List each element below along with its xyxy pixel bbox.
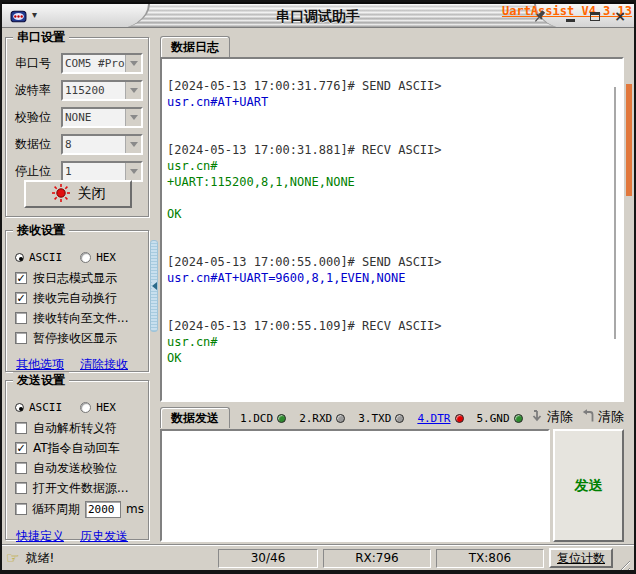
signal-dot-icon [336, 414, 345, 423]
collapse-left-icon [152, 282, 157, 290]
radio-label: HEX [96, 401, 116, 414]
signal-label: 1.DCD [240, 412, 273, 425]
checkbox-option[interactable]: 自动解析转义符 [15, 418, 142, 438]
minimize-button[interactable] [562, 7, 578, 25]
log-scrollbar-thumb[interactable] [626, 84, 632, 196]
radio-option[interactable]: HEX [80, 401, 116, 414]
signal-indicator[interactable]: 1.DCD [240, 412, 286, 425]
checkbox-box [15, 482, 27, 494]
app-window: ▾ 串口调试助手 × 串口设置 串口号 COM5 #Pro [0, 0, 636, 574]
signal-indicators: 1.DCD 2.RXD 3.TXD 4.DTR [240, 412, 530, 428]
checkbox-option[interactable]: 打开文件数据源... [15, 478, 142, 498]
close-icon: × [614, 9, 626, 23]
signal-dot-icon [395, 414, 404, 423]
checkbox-option[interactable]: ✓ 按日志模式显示 [15, 268, 142, 288]
signal-indicator[interactable]: 3.TXD [358, 412, 404, 425]
combo-select[interactable]: 115200 [61, 80, 143, 101]
radio-circle [15, 403, 24, 412]
clear-send-button[interactable]: 清除 [581, 408, 624, 426]
checkbox-box [15, 462, 27, 474]
log-line: usr.cn#AT+UART=9600,8,1,EVEN,NONE [167, 271, 606, 287]
action-link[interactable]: 其他选项 [16, 356, 64, 373]
log-line [167, 223, 606, 239]
chevron-down-icon[interactable] [125, 82, 141, 99]
log-line [167, 303, 606, 319]
panel-splitter[interactable] [150, 240, 158, 332]
log-line: [2024-05-13 17:00:55.000]# SEND ASCII> [167, 255, 606, 271]
action-link[interactable]: 历史发送 [80, 528, 128, 545]
checkbox-option[interactable]: ✓ AT指令自动回车 [15, 438, 142, 458]
chevron-down-icon[interactable] [125, 136, 141, 153]
field-label: 波特率 [15, 82, 61, 99]
checkbox-option[interactable]: ✓ 接收完自动换行 [15, 288, 142, 308]
reset-count-button[interactable]: 复位计数 [549, 548, 613, 568]
tab-data-log[interactable]: 数据日志 [160, 36, 230, 57]
receive-format-radios: ASCII HEX [15, 247, 142, 268]
checkbox-option[interactable]: 接收转向至文件... [15, 308, 142, 328]
signal-indicator[interactable]: 2.RXD [299, 412, 345, 425]
maximize-button[interactable] [587, 7, 603, 25]
port-close-button[interactable]: 关闭 [24, 180, 132, 208]
action-link[interactable]: 清除接收 [80, 356, 128, 373]
send-button[interactable]: 发送 [553, 429, 624, 542]
log-line: OK [167, 351, 606, 367]
combo-select[interactable]: 1 [61, 161, 143, 182]
status-bar: ☞ 就绪! 30/46 RX:796 TX:806 复位计数 [2, 545, 634, 570]
log-line: [2024-05-13 17:00:55.109]# RECV ASCII> [167, 319, 606, 335]
data-log-area[interactable]: [2024-05-13 17:00:31.776]# SEND ASCII>us… [160, 57, 624, 402]
chevron-down-icon[interactable] [125, 55, 141, 72]
checkbox-option[interactable]: 暂停接收区显示 [15, 328, 142, 348]
checkbox-label: 暂停接收区显示 [33, 330, 117, 347]
radio-option[interactable]: HEX [80, 251, 116, 264]
send-checkboxes: 自动解析转义符 ✓ AT指令自动回车 自动发送校验位 打开文件数据 [15, 418, 142, 498]
chevron-down-icon[interactable] [125, 163, 141, 180]
cycle-period-row: 循环周期 ms [15, 498, 142, 520]
action-link[interactable]: 快捷定义 [16, 528, 64, 545]
checkbox-box [15, 332, 27, 344]
log-scrollbar-track[interactable] [614, 87, 616, 339]
checkbox-box: ✓ [15, 272, 27, 284]
send-input[interactable] [160, 429, 550, 542]
send-settings-group: 发送设置 ASCII HEX [5, 380, 149, 540]
clear-receive-button[interactable]: 清除 [530, 408, 573, 426]
send-settings-title: 发送设置 [13, 372, 69, 389]
log-line: [2024-05-13 17:00:31.776]# SEND ASCII> [167, 79, 606, 95]
checkbox-box: ✓ [15, 292, 27, 304]
checkbox-option[interactable]: 自动发送校验位 [15, 458, 142, 478]
receive-settings-title: 接收设置 [13, 222, 69, 239]
clear-send-label: 清除 [598, 408, 624, 426]
signal-label: 5.GND [477, 412, 510, 425]
log-line [167, 63, 606, 79]
log-lines: [2024-05-13 17:00:31.776]# SEND ASCII>us… [162, 59, 622, 367]
cycle-period-input[interactable] [85, 501, 121, 518]
field-label: 停止位 [15, 163, 61, 180]
serial-fields: 串口号 COM5 #Pro 波特率 115200 校验位 [6, 38, 148, 185]
resize-grip[interactable] [617, 557, 630, 570]
combo-select[interactable]: COM5 #Pro [61, 53, 143, 74]
chevron-down-icon[interactable] [125, 109, 141, 126]
arrow-down-icon [530, 409, 544, 426]
close-button[interactable]: × [612, 7, 628, 25]
checkbox-box [15, 422, 27, 434]
signal-indicator[interactable]: 4.DTR [417, 412, 463, 425]
combo-select[interactable]: 8 [61, 134, 143, 155]
serial-field-row: 波特率 115200 [6, 77, 148, 104]
log-line [167, 111, 606, 127]
log-tab-row: 数据日志 [160, 35, 624, 57]
signal-indicator[interactable]: 5.GND [477, 412, 523, 425]
checkbox-label: 按日志模式显示 [33, 270, 117, 287]
cycle-label: 循环周期 [32, 501, 80, 518]
field-label: 串口号 [15, 55, 61, 72]
radio-circle [15, 253, 24, 262]
checkbox-label: AT指令自动回车 [33, 440, 120, 457]
checkbox-box [15, 312, 27, 324]
pin-icon[interactable] [531, 7, 547, 25]
checkbox-box[interactable] [15, 503, 27, 515]
tab-data-send[interactable]: 数据发送 [160, 407, 230, 428]
radio-option[interactable]: ASCII [15, 401, 62, 414]
log-line: OK [167, 207, 606, 223]
log-line: +UART:115200,8,1,NONE,NONE [167, 175, 606, 191]
serial-settings-title: 串口设置 [13, 29, 69, 46]
radio-option[interactable]: ASCII [15, 251, 62, 264]
combo-select[interactable]: NONE [61, 107, 143, 128]
